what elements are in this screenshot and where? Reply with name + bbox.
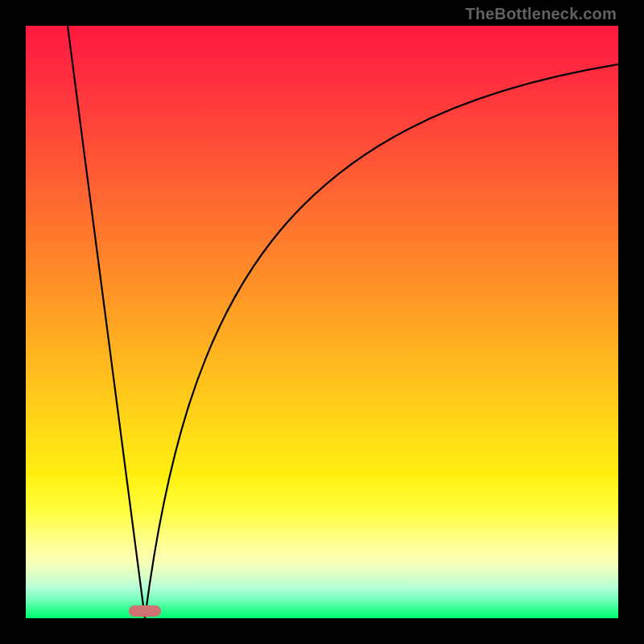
minimum-marker [129, 605, 161, 617]
watermark-text: TheBottleneck.com [465, 5, 617, 23]
